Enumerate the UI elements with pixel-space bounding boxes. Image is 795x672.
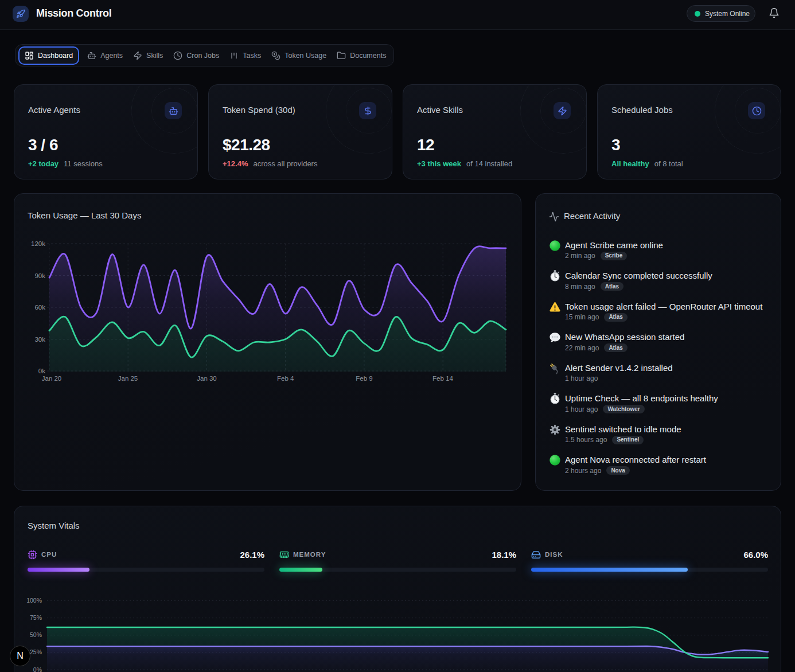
svg-text:Feb 4: Feb 4 [277, 375, 294, 382]
svg-text:120k: 120k [31, 240, 45, 247]
svg-text:90k: 90k [34, 272, 45, 279]
svg-text:60k: 60k [34, 304, 45, 311]
svg-text:0%: 0% [33, 666, 42, 672]
svg-text:0k: 0k [38, 368, 45, 374]
svg-text:50%: 50% [30, 631, 42, 638]
svg-text:25%: 25% [30, 648, 42, 655]
svg-text:Jan 25: Jan 25 [118, 375, 138, 382]
svg-text:Jan 30: Jan 30 [197, 375, 217, 382]
svg-text:75%: 75% [30, 614, 42, 621]
svg-text:30k: 30k [34, 336, 45, 343]
svg-text:Feb 9: Feb 9 [356, 375, 372, 382]
svg-text:Feb 14: Feb 14 [432, 375, 453, 382]
svg-text:Jan 20: Jan 20 [42, 375, 62, 382]
svg-text:100%: 100% [26, 597, 42, 604]
